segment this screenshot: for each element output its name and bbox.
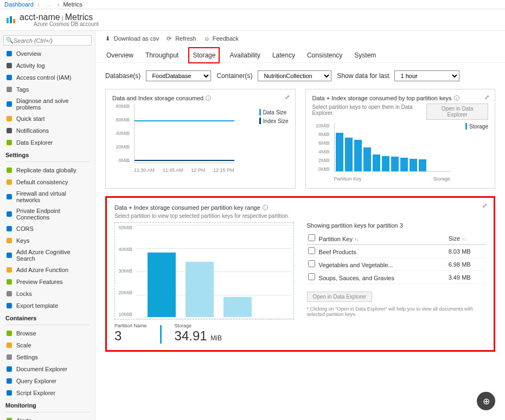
feedback-icon: ☺	[204, 35, 210, 42]
sidebar-item-label: Firewall and virtual networks	[16, 190, 90, 203]
download-csv-button[interactable]: ⬇Download as csv	[105, 35, 159, 42]
bar[interactable]	[391, 157, 399, 171]
timerange-select[interactable]: 1 hour	[394, 70, 459, 81]
sidebar-item-func[interactable]: Add Azure Function	[0, 264, 95, 276]
sort-icon[interactable]: ↑↓	[462, 236, 466, 242]
sidebar-item-settings[interactable]: Settings	[0, 351, 95, 363]
partition-bar[interactable]	[223, 297, 252, 317]
breadcrumb-dashboard[interactable]: Dashboard	[4, 1, 34, 8]
tab-storage[interactable]: Storage	[189, 48, 219, 62]
open-data-explorer-button[interactable]: Open in Data Explorer	[426, 104, 488, 120]
legend-storage: Storage	[469, 124, 488, 130]
info-icon[interactable]: i	[454, 95, 459, 101]
pk-table-title: Showing partition keys for partition 3	[307, 222, 487, 229]
svg-rect-3	[7, 51, 12, 56]
bar[interactable]	[354, 140, 362, 171]
refresh-button[interactable]: ⟳Refresh	[167, 35, 196, 42]
expand-icon[interactable]: ⤢	[484, 94, 489, 101]
table-row[interactable]: Soups, Sauces, and Gravies3.49 MB	[307, 271, 487, 284]
sidebar-item-docexp[interactable]: Document Explorer	[0, 363, 95, 375]
select-all-checkbox[interactable]	[308, 234, 315, 241]
sidebar-item-label: Notifications	[16, 127, 49, 134]
sidebar-item-firewall[interactable]: Firewall and virtual networks	[0, 188, 95, 205]
search-input[interactable]	[14, 37, 89, 44]
sidebar-item-alerts[interactable]: Alerts	[0, 415, 95, 420]
row-checkbox[interactable]	[308, 247, 315, 254]
sidebar-item-locks[interactable]: Locks	[0, 288, 95, 300]
sidebar-item-search[interactable]: Add Azure Cognitive Search	[0, 247, 95, 264]
account-type: Azure Cosmos DB account	[34, 21, 99, 27]
bar[interactable]	[363, 147, 371, 172]
sidebar-item-tags[interactable]: Tags	[0, 83, 95, 95]
bar[interactable]	[400, 158, 408, 171]
svg-rect-0	[7, 18, 9, 23]
table-row[interactable]: Vegetables and Vegetable...6.98 MB	[307, 258, 487, 271]
tab-system[interactable]: System	[353, 48, 377, 62]
database-select[interactable]: FoodDatabase	[146, 70, 211, 81]
feedback-button[interactable]: ☺Feedback	[204, 35, 239, 42]
tab-consistency[interactable]: Consistency	[306, 48, 343, 62]
bar[interactable]	[419, 159, 426, 171]
sidebar-item-consistency[interactable]: Default consistency	[0, 176, 95, 188]
bar[interactable]	[382, 156, 389, 171]
sidebar-item-iam[interactable]: Access control (IAM)	[0, 72, 95, 83]
sidebar-item-pec[interactable]: Private Endpoint Connections	[0, 205, 95, 223]
bar[interactable]	[373, 154, 380, 171]
container-select[interactable]: NutritionCollection	[258, 70, 331, 81]
browse-icon	[5, 329, 13, 337]
tab-latency[interactable]: Latency	[271, 48, 296, 62]
monitoring-section: Monitoring	[0, 399, 95, 410]
sidebar-item-cors[interactable]: CORS	[0, 223, 95, 235]
row-checkbox[interactable]	[308, 273, 315, 280]
table-row[interactable]: Beef Products8.03 MB	[307, 245, 487, 258]
partition-bar[interactable]	[148, 253, 176, 317]
sidebar-item-activity[interactable]: Activity log	[0, 60, 95, 72]
svg-rect-2	[13, 19, 15, 23]
sidebar-search[interactable]: 🔍	[3, 35, 92, 46]
tab-overview[interactable]: Overview	[105, 48, 135, 62]
partition-name-label: Partition Name	[114, 323, 147, 328]
sidebar-item-browse[interactable]: Browse	[0, 327, 95, 339]
bar[interactable]	[345, 138, 353, 171]
expand-icon[interactable]: ⤢	[482, 202, 487, 209]
timerange-label: Show data for last	[337, 72, 389, 80]
sidebar-item-bell[interactable]: Notifications	[0, 125, 95, 137]
sidebar-item-quickstart[interactable]: Quick start	[0, 113, 95, 125]
open-data-explorer-button[interactable]: Open in Data Explorer	[307, 292, 373, 302]
sidebar-item-diagnose[interactable]: Diagnose and solve problems	[0, 95, 95, 113]
search-icon	[5, 251, 13, 259]
chart-pk-range-bar[interactable]: 50MiB40MiB30MiB20MiB10MiB	[114, 222, 294, 320]
svg-rect-15	[7, 226, 12, 231]
tab-throughput[interactable]: Throughput	[144, 48, 180, 62]
cosmosdb-icon	[5, 15, 16, 25]
zoom-fab[interactable]: ⊕	[477, 392, 495, 410]
sidebar-item-overview[interactable]: Overview	[0, 48, 95, 60]
overview-icon	[5, 50, 13, 57]
sort-icon[interactable]: ↑↓	[354, 237, 359, 242]
partition-bar[interactable]	[186, 262, 214, 317]
sidebar-item-dataexp[interactable]: Data Explorer	[0, 137, 95, 148]
bar[interactable]	[410, 159, 417, 171]
sidebar-item-export[interactable]: Export template	[0, 300, 95, 312]
sidebar-item-label: Replicate data globally	[16, 167, 76, 173]
info-icon[interactable]: i	[263, 205, 268, 210]
sidebar-item-keys[interactable]: Keys	[0, 235, 95, 247]
svg-rect-20	[7, 291, 12, 296]
sidebar-item-scriptexp[interactable]: Script Explorer	[0, 387, 95, 399]
storage-value: 34.91	[175, 328, 207, 343]
filters: Database(s) FoodDatabase Container(s) Nu…	[95, 63, 505, 89]
sidebar-item-queryexp[interactable]: Query Explorer	[0, 375, 95, 387]
expand-icon[interactable]: ⤢	[285, 94, 290, 101]
docexp-icon	[5, 365, 13, 373]
panel-data-index-storage: Data and Index storage consumedi ⤢ 80MiB…	[105, 89, 296, 189]
sidebar-item-label: Browse	[16, 330, 36, 337]
row-checkbox[interactable]	[308, 260, 315, 267]
sidebar-item-replicate[interactable]: Replicate data globally	[0, 164, 95, 176]
info-icon[interactable]: i	[206, 95, 211, 101]
sidebar-item-scale[interactable]: Scale	[0, 339, 95, 351]
sidebar-item-preview[interactable]: Preview Features	[0, 276, 95, 288]
bar[interactable]	[336, 133, 343, 171]
svg-rect-17	[7, 253, 12, 258]
sidebar-item-label: Add Azure Cognitive Search	[16, 249, 90, 262]
tab-availability[interactable]: Availability	[228, 48, 261, 62]
